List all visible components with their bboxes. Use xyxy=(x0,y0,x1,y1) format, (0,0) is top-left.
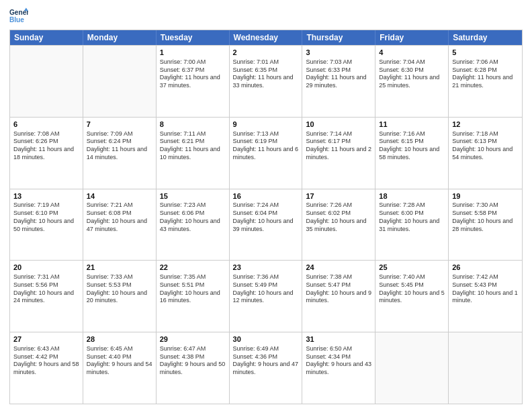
day-info: Sunrise: 7:21 AM Sunset: 6:08 PM Dayligh… xyxy=(87,201,152,233)
day-info: Sunrise: 7:01 AM Sunset: 6:35 PM Dayligh… xyxy=(233,58,299,90)
day-info: Sunrise: 7:08 AM Sunset: 6:26 PM Dayligh… xyxy=(13,130,79,162)
day-info: Sunrise: 7:28 AM Sunset: 6:00 PM Dayligh… xyxy=(379,201,445,233)
day-number: 3 xyxy=(306,48,371,58)
day-info: Sunrise: 7:36 AM Sunset: 5:49 PM Dayligh… xyxy=(233,273,299,305)
calendar-cell: 26Sunrise: 7:42 AM Sunset: 5:43 PM Dayli… xyxy=(449,261,522,332)
day-info: Sunrise: 6:49 AM Sunset: 4:36 PM Dayligh… xyxy=(233,345,299,377)
day-info: Sunrise: 7:40 AM Sunset: 5:45 PM Dayligh… xyxy=(379,273,445,305)
day-number: 4 xyxy=(379,48,445,58)
day-info: Sunrise: 7:06 AM Sunset: 6:28 PM Dayligh… xyxy=(452,58,519,90)
calendar-cell: 25Sunrise: 7:40 AM Sunset: 5:45 PM Dayli… xyxy=(375,261,449,332)
day-number: 13 xyxy=(13,191,79,201)
calendar-row-1: 1Sunrise: 7:00 AM Sunset: 6:37 PM Daylig… xyxy=(10,45,522,117)
calendar-cell: 8Sunrise: 7:11 AM Sunset: 6:21 PM Daylig… xyxy=(157,118,230,189)
day-number: 21 xyxy=(87,263,152,273)
calendar-cell: 31Sunrise: 6:50 AM Sunset: 4:34 PM Dayli… xyxy=(302,332,375,404)
calendar-cell: 28Sunrise: 6:45 AM Sunset: 4:40 PM Dayli… xyxy=(83,332,157,404)
day-info: Sunrise: 6:47 AM Sunset: 4:38 PM Dayligh… xyxy=(160,345,226,377)
day-number: 22 xyxy=(160,263,226,273)
day-number: 2 xyxy=(233,48,299,58)
calendar-cell: 14Sunrise: 7:21 AM Sunset: 6:08 PM Dayli… xyxy=(83,189,157,261)
day-number: 26 xyxy=(452,263,519,273)
day-number: 1 xyxy=(160,48,226,58)
header: General Blue xyxy=(9,7,523,26)
calendar-cell: 19Sunrise: 7:30 AM Sunset: 5:58 PM Dayli… xyxy=(449,189,522,261)
day-info: Sunrise: 7:24 AM Sunset: 6:04 PM Dayligh… xyxy=(233,201,299,233)
day-info: Sunrise: 6:50 AM Sunset: 4:34 PM Dayligh… xyxy=(306,345,371,377)
day-number: 15 xyxy=(160,191,226,201)
day-number: 28 xyxy=(87,334,152,345)
day-number: 18 xyxy=(379,191,445,201)
calendar-cell: 20Sunrise: 7:31 AM Sunset: 5:56 PM Dayli… xyxy=(10,261,83,332)
calendar-row-4: 20Sunrise: 7:31 AM Sunset: 5:56 PM Dayli… xyxy=(10,260,522,332)
calendar-cell: 15Sunrise: 7:23 AM Sunset: 6:06 PM Dayli… xyxy=(157,189,230,261)
calendar-cell: 4Sunrise: 7:04 AM Sunset: 6:30 PM Daylig… xyxy=(375,46,449,117)
day-info: Sunrise: 7:26 AM Sunset: 6:02 PM Dayligh… xyxy=(306,201,371,233)
calendar: SundayMondayTuesdayWednesdayThursdayFrid… xyxy=(9,30,523,404)
day-info: Sunrise: 7:30 AM Sunset: 5:58 PM Dayligh… xyxy=(452,201,519,233)
day-info: Sunrise: 7:38 AM Sunset: 5:47 PM Dayligh… xyxy=(306,273,371,305)
calendar-cell: 21Sunrise: 7:33 AM Sunset: 5:53 PM Dayli… xyxy=(83,261,157,332)
calendar-cell: 16Sunrise: 7:24 AM Sunset: 6:04 PM Dayli… xyxy=(230,189,303,261)
day-number: 23 xyxy=(233,263,299,273)
day-info: Sunrise: 7:35 AM Sunset: 5:51 PM Dayligh… xyxy=(160,273,226,305)
day-info: Sunrise: 7:14 AM Sunset: 6:17 PM Dayligh… xyxy=(306,130,371,162)
logo-icon: General Blue xyxy=(9,7,28,26)
day-info: Sunrise: 7:31 AM Sunset: 5:56 PM Dayligh… xyxy=(13,273,79,305)
logo: General Blue xyxy=(9,7,28,26)
page: General Blue SundayMondayTuesdayWednesda… xyxy=(0,0,532,411)
day-info: Sunrise: 7:11 AM Sunset: 6:21 PM Dayligh… xyxy=(160,130,226,162)
calendar-cell: 27Sunrise: 6:43 AM Sunset: 4:42 PM Dayli… xyxy=(10,332,83,404)
day-info: Sunrise: 6:43 AM Sunset: 4:42 PM Dayligh… xyxy=(13,345,79,377)
calendar-cell xyxy=(83,46,157,117)
day-info: Sunrise: 7:33 AM Sunset: 5:53 PM Dayligh… xyxy=(87,273,152,305)
day-info: Sunrise: 7:42 AM Sunset: 5:43 PM Dayligh… xyxy=(452,273,519,305)
day-number: 11 xyxy=(379,120,445,130)
day-info: Sunrise: 7:03 AM Sunset: 6:33 PM Dayligh… xyxy=(306,58,371,90)
day-info: Sunrise: 7:00 AM Sunset: 6:37 PM Dayligh… xyxy=(160,58,226,90)
calendar-cell: 12Sunrise: 7:18 AM Sunset: 6:13 PM Dayli… xyxy=(449,118,522,189)
calendar-body: 1Sunrise: 7:00 AM Sunset: 6:37 PM Daylig… xyxy=(10,45,522,404)
calendar-cell xyxy=(449,332,522,404)
day-number: 6 xyxy=(13,120,79,130)
header-day-sunday: Sunday xyxy=(10,30,83,45)
day-number: 30 xyxy=(233,334,299,345)
calendar-cell: 2Sunrise: 7:01 AM Sunset: 6:35 PM Daylig… xyxy=(230,46,303,117)
day-info: Sunrise: 7:19 AM Sunset: 6:10 PM Dayligh… xyxy=(13,201,79,233)
svg-text:Blue: Blue xyxy=(9,16,24,24)
calendar-row-2: 6Sunrise: 7:08 AM Sunset: 6:26 PM Daylig… xyxy=(10,117,522,189)
calendar-cell: 5Sunrise: 7:06 AM Sunset: 6:28 PM Daylig… xyxy=(449,46,522,117)
calendar-cell: 18Sunrise: 7:28 AM Sunset: 6:00 PM Dayli… xyxy=(375,189,449,261)
day-info: Sunrise: 7:18 AM Sunset: 6:13 PM Dayligh… xyxy=(452,130,519,162)
calendar-cell: 22Sunrise: 7:35 AM Sunset: 5:51 PM Dayli… xyxy=(157,261,230,332)
day-number: 9 xyxy=(233,120,299,130)
day-number: 17 xyxy=(306,191,371,201)
header-day-thursday: Thursday xyxy=(302,30,375,45)
calendar-cell: 30Sunrise: 6:49 AM Sunset: 4:36 PM Dayli… xyxy=(230,332,303,404)
day-number: 7 xyxy=(87,120,152,130)
calendar-cell: 3Sunrise: 7:03 AM Sunset: 6:33 PM Daylig… xyxy=(302,46,375,117)
calendar-cell: 6Sunrise: 7:08 AM Sunset: 6:26 PM Daylig… xyxy=(10,118,83,189)
day-number: 29 xyxy=(160,334,226,345)
calendar-cell: 17Sunrise: 7:26 AM Sunset: 6:02 PM Dayli… xyxy=(302,189,375,261)
calendar-header: SundayMondayTuesdayWednesdayThursdayFrid… xyxy=(10,30,522,45)
day-info: Sunrise: 7:23 AM Sunset: 6:06 PM Dayligh… xyxy=(160,201,226,233)
header-day-saturday: Saturday xyxy=(449,30,522,45)
day-number: 27 xyxy=(13,334,79,345)
day-number: 25 xyxy=(379,263,445,273)
calendar-cell: 23Sunrise: 7:36 AM Sunset: 5:49 PM Dayli… xyxy=(230,261,303,332)
day-number: 20 xyxy=(13,263,79,273)
calendar-cell: 24Sunrise: 7:38 AM Sunset: 5:47 PM Dayli… xyxy=(302,261,375,332)
calendar-cell xyxy=(375,332,449,404)
day-info: Sunrise: 6:45 AM Sunset: 4:40 PM Dayligh… xyxy=(87,345,152,377)
calendar-cell: 7Sunrise: 7:09 AM Sunset: 6:24 PM Daylig… xyxy=(83,118,157,189)
header-day-friday: Friday xyxy=(375,30,449,45)
calendar-row-5: 27Sunrise: 6:43 AM Sunset: 4:42 PM Dayli… xyxy=(10,332,522,404)
calendar-cell: 11Sunrise: 7:16 AM Sunset: 6:15 PM Dayli… xyxy=(375,118,449,189)
calendar-row-3: 13Sunrise: 7:19 AM Sunset: 6:10 PM Dayli… xyxy=(10,189,522,261)
calendar-cell: 1Sunrise: 7:00 AM Sunset: 6:37 PM Daylig… xyxy=(157,46,230,117)
day-number: 5 xyxy=(452,48,519,58)
day-number: 16 xyxy=(233,191,299,201)
day-info: Sunrise: 7:09 AM Sunset: 6:24 PM Dayligh… xyxy=(87,130,152,162)
day-info: Sunrise: 7:16 AM Sunset: 6:15 PM Dayligh… xyxy=(379,130,445,162)
